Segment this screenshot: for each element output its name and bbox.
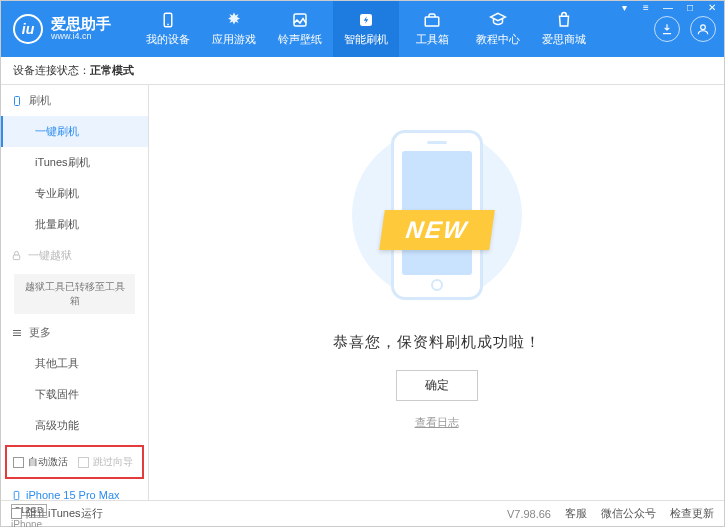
store-icon bbox=[555, 11, 573, 29]
sidebar-item-batch-flash[interactable]: 批量刷机 bbox=[1, 209, 148, 240]
apps-icon bbox=[225, 11, 243, 29]
view-log-link[interactable]: 查看日志 bbox=[415, 415, 459, 430]
flash-icon bbox=[357, 11, 375, 29]
success-illustration: NEW bbox=[337, 115, 537, 315]
user-button[interactable] bbox=[690, 16, 716, 42]
ok-button[interactable]: 确定 bbox=[396, 370, 478, 401]
sidebar-item-oneclick-flash[interactable]: 一键刷机 bbox=[1, 116, 148, 147]
tutorial-icon bbox=[489, 11, 507, 29]
toolbox-icon bbox=[423, 11, 441, 29]
logo-subtitle: www.i4.cn bbox=[51, 32, 111, 42]
top-nav: 我的设备 应用游戏 铃声壁纸 智能刷机 工具箱 教程中心 bbox=[135, 1, 597, 57]
close-icon[interactable]: ✕ bbox=[705, 2, 719, 13]
nav-ringtones[interactable]: 铃声壁纸 bbox=[267, 1, 333, 57]
menu-icon bbox=[11, 327, 23, 339]
minimize-icon[interactable]: — bbox=[661, 2, 675, 13]
status-bar: 设备连接状态： 正常模式 bbox=[1, 57, 724, 85]
checkbox-highlight-box: 自动激活 跳过向导 bbox=[5, 445, 144, 479]
svg-rect-4 bbox=[425, 17, 439, 26]
logo-icon: iu bbox=[13, 14, 43, 44]
svg-rect-11 bbox=[14, 491, 19, 499]
nav-my-device[interactable]: 我的设备 bbox=[135, 1, 201, 57]
sidebar-item-itunes-flash[interactable]: iTunes刷机 bbox=[1, 147, 148, 178]
app-header: iu 爱思助手 www.i4.cn 我的设备 应用游戏 铃声壁纸 智能刷机 bbox=[1, 1, 724, 57]
footer-wechat[interactable]: 微信公众号 bbox=[601, 506, 656, 521]
nav-store[interactable]: 爱思商城 bbox=[531, 1, 597, 57]
nav-toolbox[interactable]: 工具箱 bbox=[399, 1, 465, 57]
nav-tutorials[interactable]: 教程中心 bbox=[465, 1, 531, 57]
new-ribbon: NEW bbox=[379, 210, 495, 250]
version-label: V7.98.66 bbox=[507, 508, 551, 520]
maximize-icon[interactable]: □ bbox=[683, 2, 697, 13]
main-content: NEW 恭喜您，保资料刷机成功啦！ 确定 查看日志 bbox=[149, 85, 724, 500]
wc-menu-icon[interactable]: ▾ bbox=[617, 2, 631, 13]
checkbox-skip-guide[interactable]: 跳过向导 bbox=[78, 455, 133, 469]
sidebar-item-pro-flash[interactable]: 专业刷机 bbox=[1, 178, 148, 209]
device-icon bbox=[11, 490, 22, 501]
logo-title: 爱思助手 bbox=[51, 16, 111, 33]
sidebar-item-download-firmware[interactable]: 下载固件 bbox=[1, 379, 148, 410]
logo: iu 爱思助手 www.i4.cn bbox=[13, 14, 135, 44]
sidebar-item-other-tools[interactable]: 其他工具 bbox=[1, 348, 148, 379]
device-icon bbox=[159, 11, 177, 29]
sidebar: 刷机 一键刷机 iTunes刷机 专业刷机 批量刷机 一键越狱 越狱工具已转移至… bbox=[1, 85, 149, 500]
footer-support[interactable]: 客服 bbox=[565, 506, 587, 521]
svg-rect-7 bbox=[13, 255, 19, 260]
nav-apps[interactable]: 应用游戏 bbox=[201, 1, 267, 57]
svg-point-5 bbox=[701, 25, 706, 30]
nav-flash[interactable]: 智能刷机 bbox=[333, 1, 399, 57]
checkbox-auto-activate[interactable]: 自动激活 bbox=[13, 455, 68, 469]
status-value: 正常模式 bbox=[90, 63, 134, 78]
checkbox-block-itunes[interactable]: 阻止iTunes运行 bbox=[11, 506, 103, 521]
wc-list-icon[interactable]: ≡ bbox=[639, 2, 653, 13]
download-button[interactable] bbox=[654, 16, 680, 42]
success-message: 恭喜您，保资料刷机成功啦！ bbox=[333, 333, 541, 352]
footer: 阻止iTunes运行 V7.98.66 客服 微信公众号 检查更新 bbox=[1, 500, 724, 526]
sidebar-group-flash[interactable]: 刷机 bbox=[1, 85, 148, 116]
sidebar-group-jailbreak: 一键越狱 bbox=[1, 240, 148, 271]
svg-rect-6 bbox=[15, 96, 20, 105]
sidebar-jailbreak-note[interactable]: 越狱工具已转移至工具箱 bbox=[14, 274, 135, 314]
wallpaper-icon bbox=[291, 11, 309, 29]
sidebar-group-more[interactable]: 更多 bbox=[1, 317, 148, 348]
sidebar-item-advanced[interactable]: 高级功能 bbox=[1, 410, 148, 441]
lock-icon bbox=[11, 250, 22, 261]
status-prefix: 设备连接状态： bbox=[13, 63, 90, 78]
phone-icon bbox=[11, 95, 23, 107]
footer-check-update[interactable]: 检查更新 bbox=[670, 506, 714, 521]
